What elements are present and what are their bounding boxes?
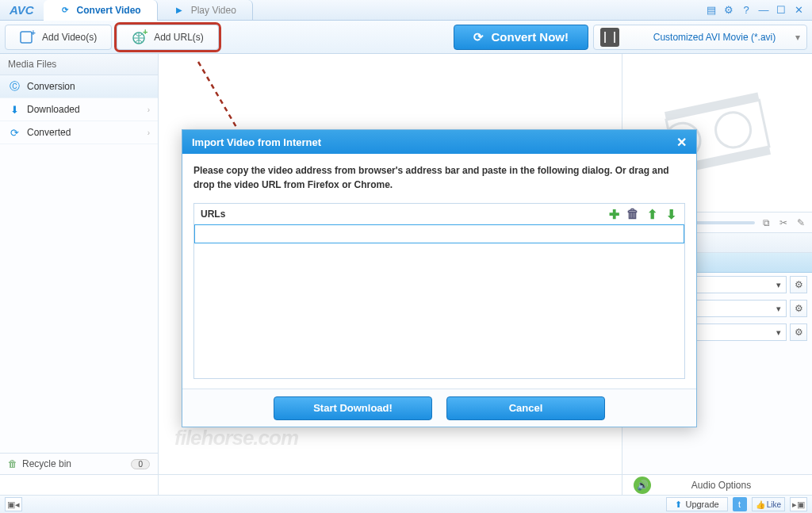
start-download-button[interactable]: Start Download! <box>274 396 432 420</box>
sidebar-item-label: Conversion <box>27 81 75 92</box>
button-label: Add URL(s) <box>154 32 204 43</box>
format-label: Customized AVI Movie (*.avi) <box>634 32 795 43</box>
tab-convert-video[interactable]: ⟳ Convert Video <box>44 0 158 21</box>
audio-options-bar: 🔊 Audio Options <box>0 474 812 495</box>
tab-label: Play Video <box>191 5 236 16</box>
sidebar-item-downloaded[interactable]: ⬇ Downloaded › <box>0 98 158 121</box>
upgrade-label: Upgrade <box>685 500 718 509</box>
audio-options-label[interactable]: Audio Options <box>662 480 812 491</box>
urls-label: URLs <box>201 209 225 220</box>
upgrade-icon: ⬆ <box>675 500 682 510</box>
converted-icon: ⟳ <box>8 126 21 139</box>
option-gear-3[interactable]: ⚙ <box>790 323 807 341</box>
button-label: Add Video(s) <box>42 32 97 43</box>
recycle-bin[interactable]: 🗑 Recycle bin 0 <box>0 453 158 474</box>
facebook-like-button[interactable]: 👍Like <box>752 497 785 511</box>
svg-text:+: + <box>143 29 147 36</box>
menu-icon[interactable]: ▤ <box>704 3 718 17</box>
chevron-down-icon: ▾ <box>795 32 800 43</box>
app-logo: AVC <box>0 3 44 17</box>
statusbar: ▣◂ ⬆ Upgrade t 👍Like ▸▣ <box>0 495 812 513</box>
output-format-selector[interactable]: Customized AVI Movie (*.avi) ▾ <box>593 25 807 50</box>
add-url-icon[interactable]: ✚ <box>607 207 621 221</box>
tab-play-video[interactable]: ▶ Play Video <box>158 0 253 21</box>
watermark: filehorse.com <box>174 426 298 450</box>
convert-now-button[interactable]: ⟳ Convert Now! <box>454 25 589 50</box>
svg-rect-4 <box>604 32 615 43</box>
svg-point-12 <box>712 109 753 150</box>
sidebar-item-label: Converted <box>27 127 71 138</box>
maximize-button[interactable]: ☐ <box>774 3 788 17</box>
twitter-icon[interactable]: t <box>733 497 747 511</box>
svg-text:+: + <box>31 29 36 37</box>
minimize-button[interactable]: — <box>756 3 771 17</box>
close-button[interactable]: ✕ <box>791 3 806 17</box>
svg-rect-0 <box>21 32 32 43</box>
globe-plus-icon: + <box>132 29 147 45</box>
snapshot-icon[interactable]: ⧉ <box>760 216 772 229</box>
sidebar: Media Files Ⓒ Conversion ⬇ Downloaded › … <box>0 54 159 474</box>
svg-rect-5 <box>604 32 606 43</box>
add-urls-button[interactable]: + Add URL(s) <box>117 25 219 50</box>
trash-icon: 🗑 <box>8 458 17 469</box>
chevron-down-icon: ▾ <box>776 327 781 338</box>
recycle-count: 0 <box>131 459 150 469</box>
delete-url-icon[interactable]: 🗑 <box>626 207 640 221</box>
cancel-button[interactable]: Cancel <box>446 396 605 420</box>
svg-rect-6 <box>614 32 615 43</box>
url-input[interactable] <box>194 224 684 243</box>
url-list-frame: URLs ✚ 🗑 ⬆ ⬇ <box>193 203 685 379</box>
button-label: Convert Now! <box>492 30 569 44</box>
dialog-footer: Start Download! Cancel <box>182 389 696 427</box>
download-icon: ⬇ <box>8 103 21 116</box>
film-icon <box>600 28 619 47</box>
import-url-dialog: Import Video from Internet ✕ Please copy… <box>182 129 697 427</box>
panel-toggle-left[interactable]: ▣◂ <box>5 497 22 511</box>
gear-icon[interactable]: ⚙ <box>722 3 736 17</box>
move-down-icon[interactable]: ⬇ <box>664 207 678 221</box>
dialog-close-button[interactable]: ✕ <box>676 135 687 150</box>
tab-label: Convert Video <box>77 5 141 16</box>
sidebar-item-conversion[interactable]: Ⓒ Conversion <box>0 75 158 98</box>
window-controls: ▤ ⚙ ? — ☐ ✕ <box>704 3 812 17</box>
url-list[interactable] <box>194 243 684 378</box>
recycle-label: Recycle bin <box>22 458 71 469</box>
cut-icon[interactable]: ✂ <box>777 216 790 229</box>
chevron-right-icon: › <box>147 128 150 137</box>
refresh-icon: ⟳ <box>473 30 484 44</box>
move-up-icon[interactable]: ⬆ <box>645 207 659 221</box>
help-icon[interactable]: ? <box>739 3 753 17</box>
option-gear-2[interactable]: ⚙ <box>790 300 807 317</box>
sidebar-item-converted[interactable]: ⟳ Converted › <box>0 121 158 144</box>
toolbar: + Add Video(s) + Add URL(s) ⟳ Convert No… <box>0 21 812 54</box>
option-gear-1[interactable]: ⚙ <box>790 276 807 293</box>
chevron-down-icon: ▾ <box>776 280 781 290</box>
dialog-message: Please copy the video address from brows… <box>193 163 685 192</box>
dialog-title: Import Video from Internet <box>192 136 321 148</box>
add-videos-button[interactable]: + Add Video(s) <box>5 25 112 50</box>
chevron-right-icon: › <box>147 105 150 114</box>
film-plus-icon: + <box>20 29 36 45</box>
panel-toggle-right[interactable]: ▸▣ <box>790 497 807 511</box>
play-icon: ▶ <box>174 5 185 16</box>
refresh-icon: ⟳ <box>59 5 71 16</box>
sidebar-header: Media Files <box>0 54 158 75</box>
conversion-icon: Ⓒ <box>8 80 21 93</box>
audio-icon[interactable]: 🔊 <box>634 477 651 494</box>
sidebar-item-label: Downloaded <box>27 104 80 115</box>
upgrade-button[interactable]: ⬆ Upgrade <box>666 497 727 511</box>
dialog-titlebar: Import Video from Internet ✕ <box>182 130 696 154</box>
titlebar: AVC ⟳ Convert Video ▶ Play Video ▤ ⚙ ? —… <box>0 0 812 21</box>
tools-icon[interactable]: ✎ <box>795 216 807 229</box>
chevron-down-icon: ▾ <box>776 304 781 314</box>
